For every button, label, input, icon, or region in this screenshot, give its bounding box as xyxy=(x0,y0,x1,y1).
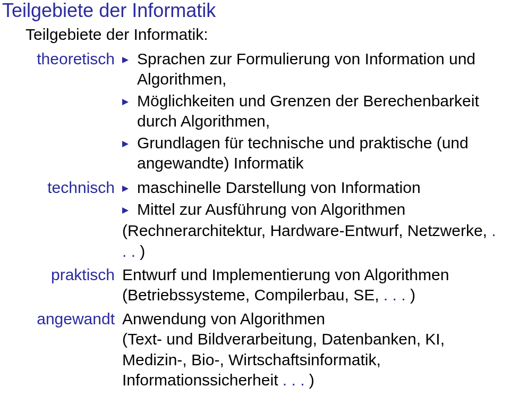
triangle-icon xyxy=(122,186,129,192)
ellipsis: . . . xyxy=(283,371,305,389)
triangle-icon xyxy=(122,99,129,105)
entry-technisch: technisch maschinelle Darstellung von In… xyxy=(26,178,499,262)
entry-praktisch: praktisch Entwurf und Implementierung vo… xyxy=(26,265,499,306)
bullet-list: maschinelle Darstellung von Information … xyxy=(122,178,499,220)
triangle-icon xyxy=(122,207,129,214)
subtitle: Teilgebiete der Informatik: xyxy=(26,26,499,44)
list-item: maschinelle Darstellung von Information xyxy=(122,178,499,198)
page-title: Teilgebiete der Informatik xyxy=(2,0,499,21)
slide: Teilgebiete der Informatik Teilgebiete d… xyxy=(0,0,510,420)
entry-label: theoretisch xyxy=(26,49,122,69)
entry-content: maschinelle Darstellung von Information … xyxy=(122,178,499,262)
list-item: Grundlagen für technische und praktische… xyxy=(122,133,499,174)
entry-angewandt: angewandt Anwendung von Algorithmen (Tex… xyxy=(26,309,499,391)
bullet-text: Möglichkeiten und Grenzen der Berechenba… xyxy=(137,92,479,130)
list-item: Sprachen zur Formulierung von Informatio… xyxy=(122,49,499,90)
bullet-text: Grundlagen für technische und praktische… xyxy=(137,134,469,172)
bullet-text: Sprachen zur Formulierung von Informatio… xyxy=(137,50,475,88)
triangle-icon xyxy=(122,141,129,147)
entry-content: Sprachen zur Formulierung von Informatio… xyxy=(122,49,499,174)
bullet-list: Sprachen zur Formulierung von Informatio… xyxy=(122,49,499,173)
ellipsis: . . . xyxy=(384,286,406,304)
sub-post: ) xyxy=(305,371,314,389)
paren-pre: (Rechnerarchitektur, Hardware-Entwurf, N… xyxy=(122,222,491,239)
entry-label: angewandt xyxy=(26,309,122,329)
list-item: Mittel zur Ausführung von Algorithmen xyxy=(122,199,499,220)
bullet-text: maschinelle Darstellung von Information xyxy=(137,179,421,196)
sub-text: (Text- und Bildverarbeitung, Datenbanken… xyxy=(122,329,499,390)
list-item: Möglichkeiten und Grenzen der Berechenba… xyxy=(122,91,499,132)
bullet-text: Mittel zur Ausführung von Algorithmen xyxy=(137,200,405,218)
text-post: ) xyxy=(406,286,415,304)
entry-label: praktisch xyxy=(26,265,122,285)
entries-container: theoretisch Sprachen zur Formulierung vo… xyxy=(26,49,499,390)
paren-post: ) xyxy=(135,242,145,260)
triangle-icon xyxy=(122,57,129,63)
entry-label: technisch xyxy=(26,178,122,198)
text-pre: Anwendung von Algorithmen xyxy=(122,309,499,329)
entry-content: Anwendung von Algorithmen (Text- und Bil… xyxy=(122,309,499,391)
entry-theoretisch: theoretisch Sprachen zur Formulierung vo… xyxy=(26,49,499,174)
paren-text: (Rechnerarchitektur, Hardware-Entwurf, N… xyxy=(122,221,499,262)
entry-content: Entwurf und Implementierung von Algorith… xyxy=(122,265,499,306)
